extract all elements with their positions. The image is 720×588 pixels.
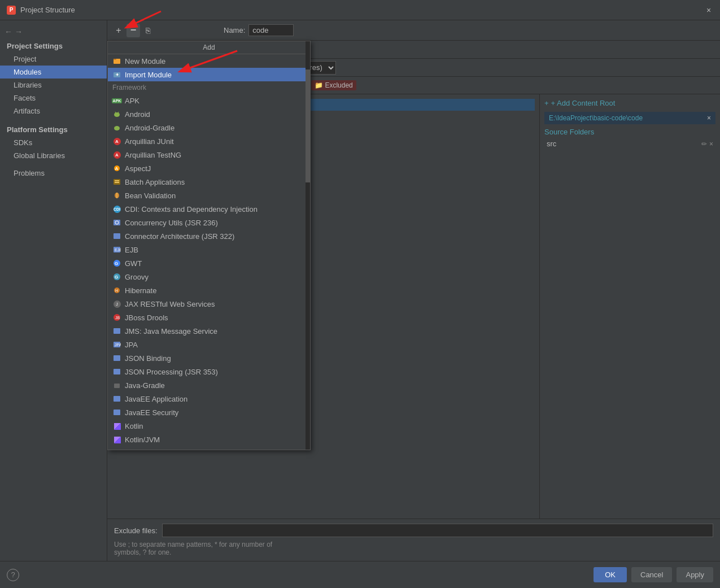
svg-rect-34 bbox=[114, 355, 120, 361]
cancel-button[interactable]: Cancel bbox=[631, 567, 672, 582]
framework-jpa[interactable]: JPA JPA bbox=[108, 338, 310, 351]
sidebar-item-global-libraries[interactable]: Global Libraries bbox=[0, 149, 107, 162]
exclude-input[interactable] bbox=[162, 524, 713, 537]
svg-text:A: A bbox=[115, 166, 119, 171]
sidebar: ← → Project Settings Project Modules Lib… bbox=[0, 20, 107, 561]
import-module-item[interactable]: Import Module bbox=[108, 68, 310, 81]
framework-batch-applications[interactable]: Batch Applications bbox=[108, 175, 310, 189]
framework-jms[interactable]: JMS: Java Message Service bbox=[108, 324, 310, 338]
sidebar-item-facets[interactable]: Facets bbox=[0, 92, 107, 104]
source-folder-remove-btn[interactable]: × bbox=[709, 140, 713, 148]
framework-bean-validation[interactable]: Bean Validation bbox=[108, 189, 310, 202]
sidebar-item-libraries[interactable]: Libraries bbox=[0, 79, 107, 92]
framework-java-gradle[interactable]: Java-Gradle bbox=[108, 378, 310, 392]
sidebar-item-sdks[interactable]: SDKs bbox=[0, 136, 107, 149]
svg-rect-38 bbox=[114, 410, 120, 415]
jpa-icon: JPA bbox=[112, 340, 121, 349]
ok-button[interactable]: OK bbox=[594, 567, 627, 582]
framework-native-android[interactable]: Native-Android-Gradle bbox=[108, 446, 310, 450]
javaee-security-icon bbox=[112, 408, 121, 417]
framework-cdi[interactable]: CDI CDI: Contexts and Dependency Injecti… bbox=[108, 202, 310, 216]
add-content-root-button[interactable]: + + Add Content Root bbox=[544, 99, 715, 107]
framework-javaee-app[interactable]: JavaEE Application bbox=[108, 392, 310, 406]
framework-connector[interactable]: Connector Architecture (JSR 322) bbox=[108, 229, 310, 243]
add-button[interactable]: + bbox=[112, 24, 125, 37]
framework-kotlin[interactable]: Kotlin bbox=[108, 419, 310, 433]
svg-rect-15 bbox=[115, 182, 119, 183]
remove-button[interactable]: − bbox=[126, 24, 140, 37]
exclude-files-row: Exclude files: bbox=[114, 524, 713, 537]
source-folder-edit-btn[interactable]: ✏ bbox=[701, 140, 707, 148]
svg-rect-1 bbox=[114, 59, 116, 60]
framework-aspectj[interactable]: A AspectJ bbox=[108, 162, 310, 175]
framework-json-processing[interactable]: JSON Processing (JSR 353) bbox=[108, 365, 310, 378]
framework-ejb[interactable]: EJB EJB bbox=[108, 243, 310, 256]
excluded-tab[interactable]: 📁 Excluded bbox=[311, 80, 356, 90]
nav-back-icon[interactable]: ← bbox=[5, 27, 12, 36]
dropdown-header: Add bbox=[108, 41, 310, 54]
framework-arquillian-junit[interactable]: A Arquillian JUnit bbox=[108, 134, 310, 148]
source-folder-name: src bbox=[547, 140, 556, 148]
hibernate-icon: H bbox=[112, 286, 121, 295]
framework-gwt[interactable]: G GWT bbox=[108, 256, 310, 270]
android-gradle-icon bbox=[112, 123, 121, 132]
native-android-icon bbox=[112, 448, 121, 450]
framework-hibernate[interactable]: H Hibernate bbox=[108, 284, 310, 297]
sidebar-item-modules[interactable]: Modules bbox=[0, 66, 107, 79]
framework-kotlin-jvm[interactable]: Kotlin/JVM bbox=[108, 433, 310, 446]
kotlin-icon bbox=[112, 421, 121, 430]
ejb-icon: EJB bbox=[112, 245, 121, 254]
name-label: Name: bbox=[224, 26, 245, 34]
framework-android[interactable]: Android bbox=[108, 107, 310, 121]
sidebar-item-problems[interactable]: Problems bbox=[0, 167, 107, 180]
framework-arquillian-testng[interactable]: A Arquillian TestNG bbox=[108, 148, 310, 162]
add-dropdown: Add New Module bbox=[107, 41, 311, 450]
sidebar-item-artifacts[interactable]: Artifacts bbox=[0, 104, 107, 117]
framework-apk[interactable]: APK APK bbox=[108, 94, 310, 107]
svg-rect-36 bbox=[114, 384, 120, 388]
framework-concurrency[interactable]: Concurrency Utils (JSR 236) bbox=[108, 216, 310, 229]
framework-javaee-security[interactable]: JavaEE Security bbox=[108, 406, 310, 419]
arquillian-junit-icon: A bbox=[112, 137, 121, 146]
kotlin-jvm-icon bbox=[112, 435, 121, 444]
content-root-path: E:\IdeaProject\basic-code\code bbox=[549, 114, 643, 122]
aspectj-icon: A bbox=[112, 164, 121, 173]
help-button[interactable]: ? bbox=[7, 569, 19, 581]
java-gradle-icon bbox=[112, 381, 121, 390]
framework-jax[interactable]: J JAX RESTful Web Services bbox=[108, 297, 310, 311]
right-panel: + − ⎘ Name: Add bbox=[107, 20, 720, 561]
framework-json-binding[interactable]: JSON Binding bbox=[108, 351, 310, 365]
exclude-hint: Use ; to separate name patterns, * for a… bbox=[114, 541, 713, 556]
apk-icon: APK bbox=[112, 96, 121, 105]
module-name-input[interactable] bbox=[248, 24, 294, 36]
copy-button[interactable]: ⎘ bbox=[141, 24, 155, 37]
dropdown-scrollbar-thumb[interactable] bbox=[306, 69, 310, 182]
svg-text:JPA: JPA bbox=[115, 343, 121, 347]
svg-point-6 bbox=[118, 113, 119, 114]
close-button[interactable]: × bbox=[704, 6, 713, 15]
content-root-panel: + + Add Content Root E:\IdeaProject\basi… bbox=[539, 94, 720, 519]
svg-text:G: G bbox=[115, 261, 118, 266]
add-content-root-label: + Add Content Root bbox=[551, 99, 616, 107]
new-module-item[interactable]: New Module bbox=[108, 54, 310, 68]
gwt-icon: G bbox=[112, 259, 121, 268]
dropdown-scroll: New Module Import Module Framework bbox=[108, 54, 310, 450]
source-folder-actions: ✏ × bbox=[701, 140, 713, 148]
sidebar-item-project[interactable]: Project bbox=[0, 53, 107, 66]
exclude-section: Exclude files: Use ; to separate name pa… bbox=[107, 519, 720, 561]
window-title: Project Structure bbox=[20, 6, 704, 14]
dropdown-scrollbar[interactable] bbox=[306, 41, 310, 450]
nav-forward-icon[interactable]: → bbox=[15, 27, 23, 36]
framework-header: Framework bbox=[108, 81, 310, 94]
bean-validation-icon bbox=[112, 191, 121, 200]
apply-button[interactable]: Apply bbox=[677, 567, 713, 582]
framework-jboss[interactable]: JB JBoss Drools bbox=[108, 311, 310, 324]
svg-rect-14 bbox=[115, 180, 119, 181]
source-folder-entry: src ✏ × bbox=[544, 138, 715, 149]
json-binding-icon bbox=[112, 354, 121, 363]
svg-text:JB: JB bbox=[115, 316, 120, 320]
json-processing-icon bbox=[112, 367, 121, 376]
content-root-close-btn[interactable]: × bbox=[707, 114, 711, 122]
framework-groovy[interactable]: G Groovy bbox=[108, 270, 310, 284]
framework-android-gradle[interactable]: Android-Gradle bbox=[108, 121, 310, 134]
